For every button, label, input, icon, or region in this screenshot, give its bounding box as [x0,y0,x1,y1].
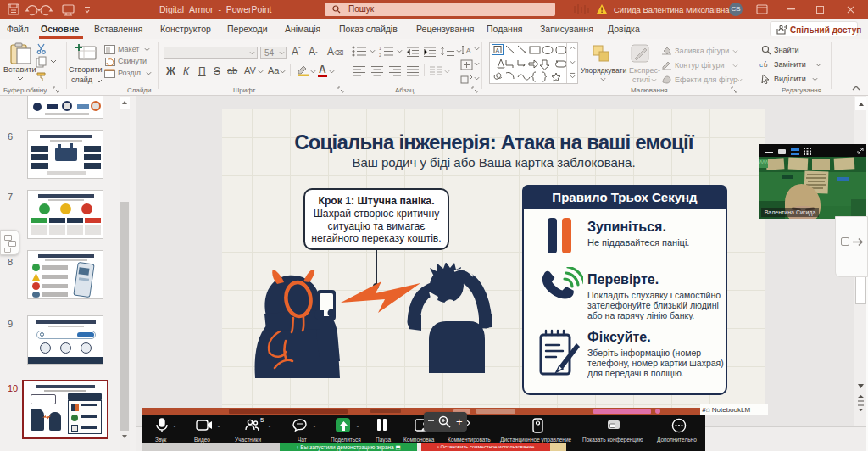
svg-text:A: A [496,47,500,53]
svg-text:2: 2 [379,53,381,57]
svg-text:b̔: b̔ [764,61,768,69]
svg-text:c: c [760,61,763,69]
svg-text:1: 1 [379,46,381,51]
svg-text:A: A [466,47,471,54]
